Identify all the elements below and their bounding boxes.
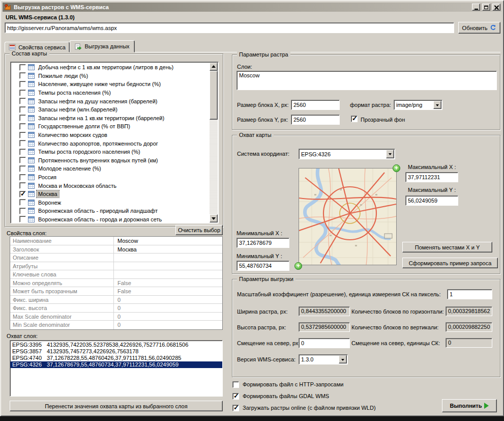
option-checkbox[interactable] bbox=[232, 405, 239, 411]
property-row[interactable]: Ключевые слова bbox=[10, 270, 222, 279]
layer-tree-item[interactable]: Запасы нефти на душу населения (баррелей… bbox=[11, 97, 210, 105]
layer-tree-item[interactable]: Добыча нефти с 1 кв.км территории (литро… bbox=[11, 63, 210, 72]
dropdown-arrow-icon[interactable] bbox=[339, 355, 347, 363]
layer-checkbox[interactable] bbox=[19, 90, 26, 96]
raster-format-combo[interactable]: image/png bbox=[394, 100, 442, 110]
layer-checkbox[interactable] bbox=[19, 208, 26, 214]
layer-label[interactable]: Запасы нефти на 1 кв.км территории (барр… bbox=[37, 115, 166, 122]
option-row[interactable]: Загружать растры online (с файлом привяз… bbox=[232, 404, 376, 411]
block-x-input[interactable] bbox=[291, 100, 340, 110]
wms-version-combo[interactable]: 1.3.0 bbox=[299, 354, 348, 364]
property-row[interactable]: Наименование Moscow bbox=[10, 237, 222, 245]
clear-selection-button[interactable]: Очистить выбор bbox=[175, 225, 223, 235]
map-preview[interactable] bbox=[299, 168, 397, 265]
layer-label[interactable]: Воронеж bbox=[37, 199, 63, 206]
max-x-input[interactable] bbox=[405, 172, 458, 182]
layer-tree-item[interactable]: Москва и Московская область bbox=[11, 181, 210, 190]
layer-label[interactable]: Москва и Московская область bbox=[37, 182, 118, 189]
layer-checkbox[interactable] bbox=[19, 174, 26, 181]
tab-data-export[interactable]: Выгрузка данных bbox=[70, 40, 135, 52]
url-input[interactable] bbox=[5, 22, 454, 33]
layer-label[interactable]: Россия bbox=[37, 174, 58, 181]
extent-row[interactable]: EPSG:432637,12678679,55,48760734,37,9711… bbox=[10, 361, 222, 368]
crs-combo[interactable]: EPSG:4326 bbox=[299, 149, 395, 159]
layer-tree-item[interactable]: Количество морских судов bbox=[11, 131, 210, 139]
extent-row[interactable]: EPSG:38574132935,7457273,4226926,7563178 bbox=[10, 348, 222, 355]
scroll-down-button[interactable] bbox=[210, 214, 218, 222]
extent-row[interactable]: EPSG:474037,12678228,55,48760426,37,9711… bbox=[10, 355, 222, 361]
property-row[interactable]: Можно определять False bbox=[10, 279, 222, 288]
layer-label[interactable]: Протяженность внутренних водных путей (к… bbox=[37, 157, 159, 164]
titlebar[interactable]: Выгрузка растров с WMS-сервиса bbox=[3, 3, 501, 12]
minimize-button[interactable] bbox=[472, 4, 480, 11]
transparent-background-checkbox[interactable] bbox=[351, 116, 358, 122]
layer-tree-item[interactable]: Запасы нефти (млн.баррелей) bbox=[11, 105, 210, 114]
sample-request-button[interactable]: Сформировать пример запроса bbox=[402, 258, 498, 268]
layer-tree-item[interactable]: Темпы роста городского населения (%) bbox=[11, 148, 210, 156]
layer-label[interactable]: Население, живущее ниже черты бедности (… bbox=[37, 80, 162, 88]
layer-properties-grid[interactable]: Наименование Moscow Заголовок Москва Опи… bbox=[10, 236, 223, 330]
layer-tree-item[interactable]: Государственные долги (% от ВВП) bbox=[11, 122, 210, 131]
block-y-input[interactable] bbox=[291, 115, 340, 125]
layer-tree-item[interactable]: Население, живущее ниже черты бедности (… bbox=[11, 80, 210, 89]
option-checkbox[interactable] bbox=[232, 393, 239, 400]
layer-tree-item[interactable]: Воронеж bbox=[11, 199, 210, 207]
layer-tree-item[interactable]: Москва bbox=[11, 190, 210, 199]
add-point-icon[interactable] bbox=[294, 262, 302, 270]
layer-label[interactable]: Количество аэропортов, протяженность дор… bbox=[37, 140, 160, 147]
layer-label[interactable]: Запасы нефти (млн.баррелей) bbox=[37, 106, 119, 113]
layer-extent-list[interactable]: EPSG:33954132935,7422035.52378538,422692… bbox=[10, 340, 223, 397]
layer-checkbox[interactable] bbox=[19, 182, 26, 189]
layer-checkbox[interactable] bbox=[19, 149, 26, 155]
layer-tree-item[interactable]: Количество аэропортов, протяженность дор… bbox=[11, 139, 210, 148]
layer-checkbox[interactable] bbox=[19, 132, 26, 138]
layer-checkbox[interactable] bbox=[19, 72, 26, 79]
maximize-button[interactable] bbox=[482, 4, 490, 11]
layer-tree-item[interactable]: Пожилые люди (%) bbox=[11, 72, 210, 80]
layer-tree-item[interactable]: Темпы роста населения (%) bbox=[11, 89, 210, 97]
layer-checkbox[interactable] bbox=[19, 115, 26, 121]
tree-scrollbar[interactable] bbox=[210, 63, 218, 222]
layers-input[interactable]: Moscow bbox=[236, 71, 497, 90]
property-row[interactable]: Атрибуты bbox=[10, 262, 222, 271]
layer-checkbox[interactable] bbox=[19, 64, 26, 71]
layer-checkbox[interactable] bbox=[19, 123, 26, 130]
layer-checkbox[interactable] bbox=[19, 157, 26, 163]
property-row[interactable]: Фикс. ширина 0 bbox=[10, 296, 222, 304]
dropdown-arrow-icon[interactable] bbox=[433, 101, 441, 109]
option-checkbox[interactable] bbox=[232, 381, 239, 388]
option-row[interactable]: Формировать файл с HTTP-запросами bbox=[232, 381, 376, 388]
layer-label[interactable]: Воронежская область - города и дорожная … bbox=[37, 216, 163, 223]
scroll-thumb[interactable] bbox=[210, 71, 218, 120]
layer-label[interactable]: Молодое население (%) bbox=[37, 165, 103, 172]
layer-label[interactable]: Воронежская область - природный ландшафт bbox=[37, 207, 159, 214]
property-row[interactable]: Max Scale denominator 0 bbox=[10, 313, 222, 321]
layer-checkbox[interactable] bbox=[19, 140, 26, 147]
refresh-button[interactable]: Обновить bbox=[458, 22, 500, 34]
layer-tree-item[interactable]: Протяженность внутренних водных путей (к… bbox=[11, 156, 210, 165]
execute-button[interactable]: Выполнить bbox=[442, 399, 497, 412]
layer-checkbox[interactable] bbox=[19, 165, 26, 172]
layer-tree-item[interactable]: Россия bbox=[11, 173, 210, 182]
add-point-icon[interactable] bbox=[393, 164, 400, 172]
property-row[interactable]: Min Scale denominator 0 bbox=[10, 321, 222, 329]
layer-label[interactable]: Темпы роста городского населения (%) bbox=[37, 148, 142, 155]
max-y-input[interactable] bbox=[405, 195, 458, 206]
layer-tree[interactable]: Добыча нефти с 1 кв.км территории (литро… bbox=[10, 62, 219, 223]
layer-label[interactable]: Темпы роста населения (%) bbox=[37, 89, 112, 96]
layer-label[interactable]: Добыча нефти с 1 кв.км территории (литро… bbox=[37, 64, 175, 71]
layer-label[interactable]: Количество морских судов bbox=[37, 131, 109, 138]
dropdown-arrow-icon[interactable] bbox=[386, 150, 394, 158]
layer-checkbox[interactable] bbox=[19, 216, 26, 222]
property-row[interactable]: Может быть прозрачным False bbox=[10, 287, 222, 296]
layer-label[interactable]: Москва bbox=[37, 190, 59, 198]
layer-checkbox[interactable] bbox=[19, 191, 26, 198]
extent-row[interactable]: EPSG:33954132935,7422035.52378538,422692… bbox=[10, 342, 222, 348]
layer-tree-item[interactable]: Молодое население (%) bbox=[11, 164, 210, 173]
layer-label[interactable]: Пожилые люди (%) bbox=[37, 72, 90, 79]
scale-factor-input[interactable] bbox=[447, 289, 492, 299]
layer-checkbox[interactable] bbox=[19, 199, 26, 206]
layer-label[interactable]: Запасы нефти на душу населения (баррелей… bbox=[37, 98, 159, 105]
scroll-up-button[interactable] bbox=[210, 63, 218, 71]
swap-xy-button[interactable]: Поменять местами X и Y bbox=[402, 242, 492, 252]
